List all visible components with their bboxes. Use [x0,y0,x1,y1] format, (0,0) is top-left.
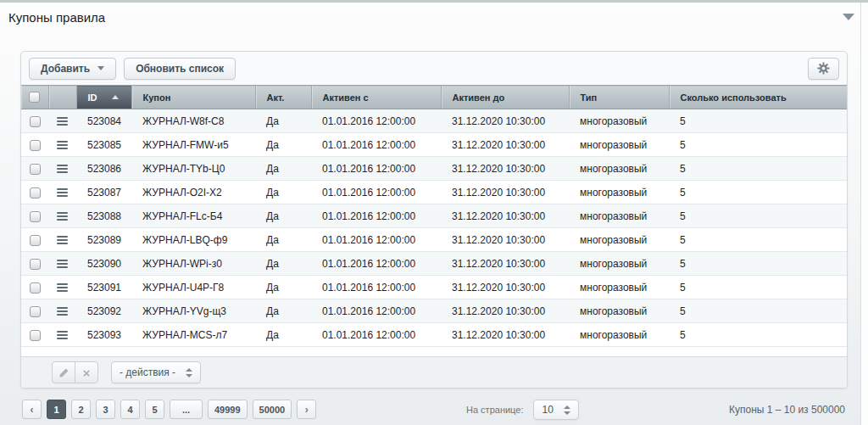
row-checkbox-cell [21,157,48,181]
cell-use-count: 5 [669,109,847,133]
column-header-id-label: ID [88,92,97,103]
next-page-button[interactable]: › [297,400,316,419]
row-checkbox[interactable] [30,306,41,317]
page-button[interactable]: 5 [145,400,164,419]
row-menu-cell [48,228,76,252]
row-menu-cell [48,133,76,157]
column-header-active-from[interactable]: Активен с [311,86,441,109]
prev-page-button[interactable]: ‹ [22,400,42,419]
column-header-type[interactable]: Тип [569,86,669,109]
table-row[interactable]: 523089 ЖУРНАЛ-LBQ-ф9 Да 01.01.2016 12:00… [21,228,847,252]
page-button[interactable]: ... [170,400,203,419]
cell-active-from: 01.01.2016 12:00:00 [311,133,441,157]
row-checkbox[interactable] [30,330,41,341]
row-menu-icon[interactable] [57,329,68,341]
cell-active-to: 31.12.2020 10:30:00 [441,157,569,181]
row-menu-icon[interactable] [57,258,68,270]
cell-active: Да [255,157,311,181]
grid-settings-button[interactable] [808,58,839,80]
table-row[interactable]: 523084 ЖУРНАЛ-W8f-C8 Да 01.01.2016 12:00… [21,109,847,133]
page-button[interactable]: 1 [47,400,66,419]
table-row[interactable]: 523087 ЖУРНАЛ-O2I-X2 Да 01.01.2016 12:00… [21,181,847,204]
row-checkbox[interactable] [30,164,41,175]
add-button-label: Добавить [41,63,90,75]
refresh-list-button[interactable]: Обновить список [124,58,236,80]
cell-active-to: 31.12.2020 10:30:00 [441,133,569,157]
select-all-checkbox[interactable] [29,92,40,103]
page-button[interactable]: 50000 [253,400,292,419]
cell-coupon: ЖУРНАЛ-LBQ-ф9 [131,228,255,252]
delete-button[interactable]: × [75,361,98,383]
row-checkbox[interactable] [30,211,41,222]
row-menu-icon[interactable] [57,163,68,175]
table-header-row: ID Купон Акт. Активен с Активен до Тип С… [21,86,847,109]
row-checkbox[interactable] [30,116,41,127]
select-stepper-icon [564,405,570,415]
cell-id: 523087 [76,181,131,204]
row-checkbox[interactable] [30,140,41,151]
row-menu-icon[interactable] [57,234,68,246]
pagination-bar: ‹ 12345...4999950000› На странице: 10 Ку… [20,400,848,422]
column-header-coupon[interactable]: Купон [131,86,255,109]
row-menu-icon[interactable] [57,139,68,151]
cell-use-count: 5 [669,133,847,157]
row-checkbox-cell [21,299,48,323]
column-header-use-count[interactable]: Сколько использовать [669,86,847,109]
cell-active: Да [255,109,311,133]
table-row[interactable]: 523086 ЖУРНАЛ-TYb-Ц0 Да 01.01.2016 12:00… [21,157,847,181]
table-row[interactable]: 523090 ЖУРНАЛ-WPi-з0 Да 01.01.2016 12:00… [21,252,847,276]
row-menu-cell [48,109,76,133]
row-checkbox[interactable] [30,259,41,270]
row-menu-icon[interactable] [57,115,68,127]
row-checkbox[interactable] [30,282,41,294]
cell-coupon: ЖУРНАЛ-O2I-X2 [131,181,255,204]
column-header-active[interactable]: Акт. [255,86,311,109]
column-header-id[interactable]: ID [76,86,131,109]
add-button[interactable]: Добавить [29,58,116,80]
cell-type: многоразовый [569,157,669,181]
row-menu-icon[interactable] [57,305,68,317]
cell-use-count: 5 [669,157,847,181]
table-row[interactable]: 523088 ЖУРНАЛ-FLc-Б4 Да 01.01.2016 12:00… [21,204,847,228]
page-button[interactable]: 3 [96,400,115,419]
pencil-icon [58,367,70,378]
column-header-active-to[interactable]: Активен до [441,86,569,109]
page-buttons: ‹ 12345...4999950000› [22,400,316,419]
row-menu-cell [48,157,76,181]
page-button[interactable]: 2 [71,400,91,419]
cell-use-count: 5 [669,323,847,347]
table-row[interactable]: 523085 ЖУРНАЛ-FMW-и5 Да 01.01.2016 12:00… [21,133,847,157]
cell-type: многоразовый [569,109,669,133]
edit-button[interactable] [52,361,75,383]
actions-select[interactable]: - действия - [111,361,201,383]
cell-coupon: ЖУРНАЛ-WPi-з0 [131,252,255,276]
row-checkbox[interactable] [30,187,41,199]
collapse-arrow-icon[interactable] [843,14,854,20]
cell-type: многоразовый [569,204,669,228]
per-page-control: На странице: 10 [466,400,579,420]
cell-use-count: 5 [669,204,847,228]
cell-active-to: 31.12.2020 10:30:00 [441,228,569,252]
table-row[interactable]: 523092 ЖУРНАЛ-YVg-щ3 Да 01.01.2016 12:00… [21,299,847,323]
cell-active-to: 31.12.2020 10:30:00 [441,323,569,347]
row-menu-icon[interactable] [57,187,68,199]
cell-id: 523085 [76,133,131,157]
per-page-select[interactable]: 10 [533,400,578,420]
row-checkbox-cell [21,109,48,133]
cell-type: многоразовый [569,181,669,204]
row-menu-cell [48,181,76,204]
cell-type: многоразовый [569,228,669,252]
table-row[interactable]: 523093 ЖУРНАЛ-MCS-л7 Да 01.01.2016 12:00… [21,323,847,347]
page-button[interactable]: 4 [120,400,140,419]
table-row[interactable]: 523091 ЖУРНАЛ-U4P-Г8 Да 01.01.2016 12:00… [21,276,847,299]
records-summary: Купоны 1 – 10 из 500000 [729,404,845,416]
cell-active-from: 01.01.2016 12:00:00 [311,252,441,276]
cell-id: 523086 [76,157,131,181]
cell-use-count: 5 [669,228,847,252]
row-menu-icon[interactable] [57,210,68,222]
row-menu-header-cell [48,86,76,109]
page-button[interactable]: 49999 [208,400,248,419]
row-checkbox[interactable] [30,235,41,246]
cell-type: многоразовый [569,252,669,276]
row-menu-icon[interactable] [57,282,68,294]
